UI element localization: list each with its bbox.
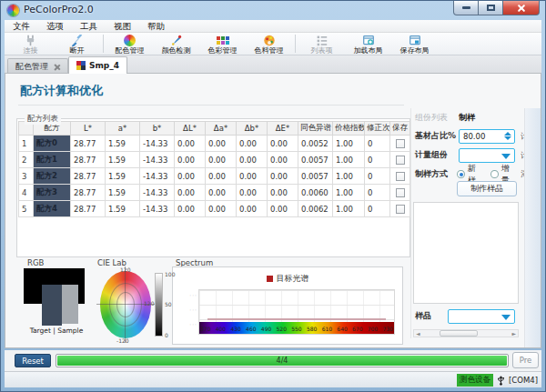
toolbar-disconnect[interactable]: 断开 bbox=[54, 33, 100, 55]
table-row[interactable]: 4 配方3 28.77 1.59 -14.33 0.00 0.00 0.00 0… bbox=[19, 185, 410, 201]
menu-bar: 文件 选项 工具 视图 帮助 bbox=[5, 20, 541, 33]
spin-up-icon[interactable] bbox=[504, 132, 511, 136]
minimize-button[interactable] bbox=[453, 1, 479, 15]
formula-name-cell[interactable]: 配方0 bbox=[34, 136, 71, 152]
save-checkbox[interactable] bbox=[396, 156, 405, 165]
table-row[interactable]: 3 配方2 28.77 1.59 -14.33 0.00 0.00 0.00 0… bbox=[19, 168, 410, 185]
chevron-down-icon bbox=[501, 154, 511, 159]
app-window: PeColorPro2.0 文件 选项 工具 视图 帮助 连接 断开 bbox=[0, 0, 546, 392]
formula-name-cell[interactable]: 配方3 bbox=[34, 185, 71, 201]
reset-button[interactable]: Reset bbox=[15, 354, 51, 367]
menu-tools[interactable]: 工具 bbox=[72, 20, 106, 33]
connect-icon bbox=[24, 34, 37, 46]
col-header: 保存 bbox=[390, 122, 410, 136]
target-color-swatch bbox=[42, 285, 62, 326]
sample-listbox[interactable] bbox=[413, 202, 519, 304]
save-checkbox[interactable] bbox=[396, 139, 405, 148]
horizontal-scrollbar[interactable]: ◄ ► bbox=[413, 329, 519, 337]
col-header: Δb* bbox=[237, 122, 268, 136]
x-tick: 490 bbox=[261, 326, 271, 332]
tab-make-sample[interactable]: 制样 bbox=[459, 112, 475, 126]
toolbar-save-layout[interactable]: 保存布局 bbox=[391, 33, 438, 55]
toolbar-color-manage[interactable]: 色彩管理 bbox=[199, 33, 246, 55]
make-sample-button[interactable]: 制作样品 bbox=[457, 181, 517, 196]
radio-new-sample[interactable] bbox=[457, 170, 465, 178]
x-tick: 640 bbox=[337, 326, 347, 332]
spectrum-chart: 目标光谱 ··· ··· ··· 370 400 430 460 490 520… bbox=[172, 266, 403, 345]
toolbar-color-detect[interactable]: 颜色检测 bbox=[153, 33, 199, 55]
device-status-badge: 测色设备 bbox=[457, 374, 493, 387]
footer-bar: Reset 4/4 Pre bbox=[5, 350, 541, 371]
tab-smp4[interactable]: Smp_4 bbox=[68, 56, 127, 74]
maximize-icon bbox=[487, 5, 495, 11]
toolbar-load-layout[interactable]: 加载布局 bbox=[345, 33, 391, 55]
base-ratio-spinner[interactable] bbox=[459, 129, 515, 144]
window-title: PeColorPro2.0 bbox=[24, 4, 94, 15]
document-tab-bar: 配色管理 Smp_4 bbox=[5, 55, 541, 74]
tab-color-matching[interactable]: 配色管理 bbox=[7, 58, 68, 74]
sample-dropdown[interactable] bbox=[448, 309, 515, 324]
save-checkbox[interactable] bbox=[396, 188, 405, 197]
axis-tick: -120 bbox=[116, 337, 129, 344]
chevron-down-icon bbox=[501, 315, 511, 320]
close-button[interactable] bbox=[503, 1, 540, 15]
toolbar-color-matching[interactable]: 配色管理 bbox=[106, 33, 153, 55]
status-bar: 测色设备 [COM4] bbox=[5, 371, 541, 387]
main-content: 配方计算和优化 配方列表 配方 L* a* b* ΔL* Δa* bbox=[5, 73, 541, 348]
x-tick: 730 bbox=[382, 326, 392, 332]
radio-increment[interactable] bbox=[490, 170, 499, 178]
tab-component-list: 组份列表 bbox=[415, 112, 448, 126]
toolbar-label: 色彩管理 bbox=[208, 46, 238, 55]
sampling-mode-label: 制样方式 bbox=[415, 168, 457, 180]
axis-tick: 50 bbox=[165, 301, 172, 307]
spin-down-icon[interactable] bbox=[504, 136, 511, 140]
toolbar-colorant-manage[interactable]: 色料管理 bbox=[246, 33, 292, 55]
target-spectrum-curve bbox=[207, 318, 387, 320]
toolbar-label: 颜色检测 bbox=[162, 46, 191, 55]
axis-tick: 0 bbox=[165, 332, 168, 338]
cielab-b-axis bbox=[125, 266, 126, 343]
y-tick: ··· bbox=[187, 292, 197, 298]
divider bbox=[18, 105, 404, 106]
toolbar-separator bbox=[103, 35, 104, 53]
scroll-left-icon[interactable]: ◄ bbox=[416, 331, 420, 337]
save-checkbox[interactable] bbox=[396, 205, 405, 214]
color-detect-icon bbox=[169, 34, 183, 46]
table-row[interactable]: 1 配方0 28.77 1.59 -14.33 0.00 0.00 0.00 0… bbox=[19, 136, 410, 152]
toolbar-label: 加载布局 bbox=[354, 46, 383, 55]
pre-button[interactable]: Pre bbox=[512, 352, 539, 368]
rgb-caption: Target | Sample bbox=[18, 327, 95, 335]
base-ratio-input[interactable] bbox=[461, 130, 500, 143]
menu-help[interactable]: 帮助 bbox=[139, 20, 173, 33]
tab-label: Smp_4 bbox=[89, 61, 119, 70]
tab-label: 配色管理 bbox=[15, 61, 48, 73]
app-icon bbox=[7, 5, 19, 16]
close-icon bbox=[517, 4, 525, 12]
menu-file[interactable]: 文件 bbox=[5, 20, 38, 33]
table-row[interactable]: 5 配方4 28.77 1.59 -14.33 0.00 0.00 0.00 0… bbox=[19, 201, 410, 217]
scroll-right-icon[interactable]: ► bbox=[511, 331, 516, 337]
formula-name-cell[interactable]: 配方1 bbox=[34, 152, 71, 168]
colorant-manage-icon bbox=[262, 34, 276, 46]
maximize-button[interactable] bbox=[479, 1, 503, 15]
disconnect-icon bbox=[70, 34, 84, 46]
toolbar-label: 断开 bbox=[70, 46, 85, 55]
formula-name-cell[interactable]: 配方2 bbox=[34, 168, 71, 185]
table-row[interactable]: 2 配方1 28.77 1.59 -14.33 0.00 0.00 0.00 0… bbox=[19, 152, 410, 168]
usb-icon bbox=[497, 375, 505, 386]
menu-options[interactable]: 选项 bbox=[38, 20, 72, 33]
progress-text: 4/4 bbox=[56, 357, 508, 365]
title-bar[interactable]: PeColorPro2.0 bbox=[1, 1, 545, 20]
save-checkbox[interactable] bbox=[396, 172, 405, 181]
toolbar-connect: 连接 bbox=[7, 33, 54, 55]
scrollbar-thumb[interactable] bbox=[440, 330, 478, 337]
dosing-component-dropdown[interactable] bbox=[459, 148, 515, 163]
menu-view[interactable]: 视图 bbox=[106, 20, 139, 33]
x-tick: 370 bbox=[200, 326, 210, 332]
cielab-ring bbox=[116, 292, 135, 317]
x-axis-labels: 370 400 430 460 490 520 550 580 610 640 … bbox=[199, 326, 394, 332]
col-header: 价格指数 bbox=[333, 122, 365, 136]
tab-close-icon[interactable] bbox=[54, 64, 60, 70]
sample-tab-icon bbox=[76, 61, 86, 70]
formula-name-cell[interactable]: 配方4 bbox=[34, 201, 71, 217]
